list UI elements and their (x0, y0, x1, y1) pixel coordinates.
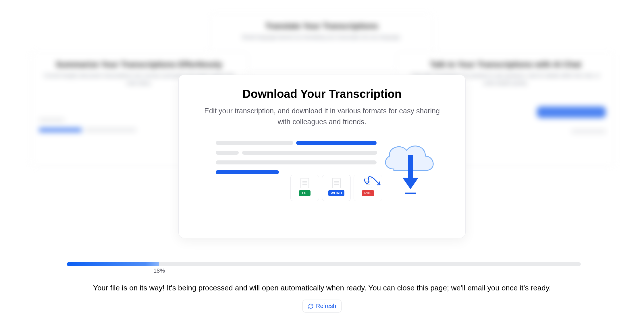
status-message: Your file is on its way! It's being proc… (0, 284, 644, 292)
refresh-button-label: Refresh (316, 303, 336, 309)
progress-percent-label: 18% (153, 267, 165, 274)
refresh-icon (308, 303, 314, 309)
bg-card-title: Summarize Your Transcriptions Effortless… (41, 60, 238, 69)
modal-subtitle: Edit your transcription, and download it… (194, 106, 450, 127)
illustration: TXT WORD PDF (198, 137, 446, 212)
bg-card-title: Translate Your Transcriptions (220, 22, 423, 31)
format-badge: WORD (328, 190, 344, 196)
format-badge: TXT (299, 190, 311, 196)
format-card-txt: TXT (290, 175, 319, 201)
progress-bar (67, 262, 581, 266)
bg-card-title: Talk to Your Transcriptions with AI Chat (407, 60, 604, 69)
document-lines-graphic: TXT WORD PDF (210, 137, 382, 203)
format-card-word: WORD (322, 175, 351, 201)
refresh-button[interactable]: Refresh (302, 300, 342, 313)
cloud-download-icon (377, 135, 440, 198)
progress-container: 18% (67, 262, 581, 266)
progress-fill (67, 262, 159, 266)
svg-rect-0 (405, 193, 416, 194)
format-badge: PDF (362, 190, 374, 196)
modal-title: Download Your Transcription (194, 88, 450, 100)
download-transcription-modal: Download Your Transcription Edit your tr… (178, 75, 466, 238)
bg-card-body: Break language barriers by translating y… (220, 34, 423, 41)
